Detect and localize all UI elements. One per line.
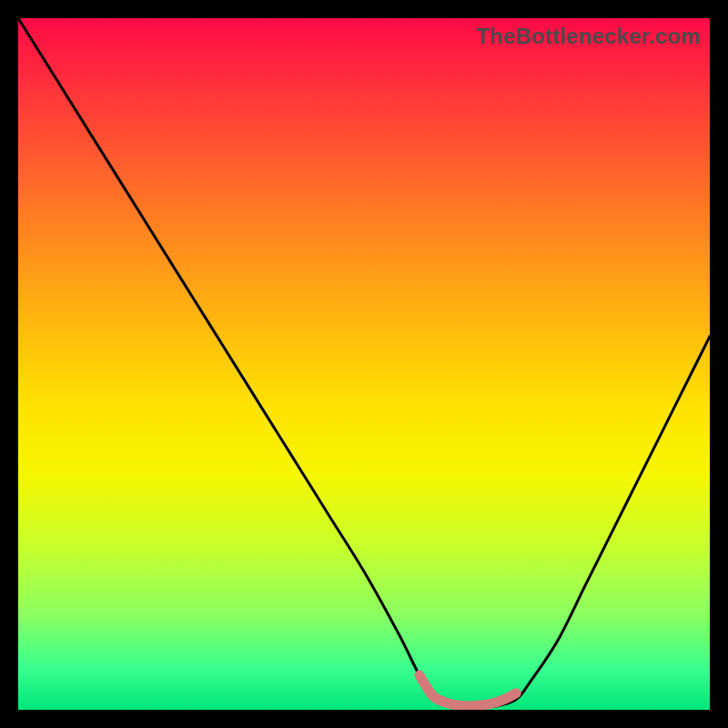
bottleneck-curve-path — [18, 18, 710, 707]
valley-highlight-path — [420, 675, 516, 706]
chart-frame: TheBottlenecker.com — [0, 0, 728, 728]
plot-area: TheBottlenecker.com — [18, 18, 710, 710]
chart-svg — [18, 18, 710, 710]
